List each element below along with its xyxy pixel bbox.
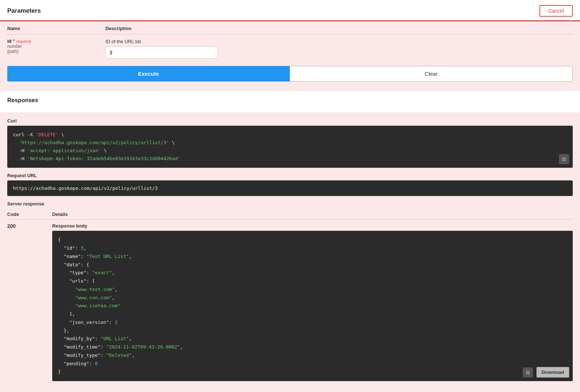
request-url-block: https://achadha.goskope.com/api/v2/polic…: [7, 180, 573, 196]
json-response-block: { "id": 3, "name": "Test URL List", "dat…: [52, 231, 573, 381]
curl-copy-button[interactable]: ⧉: [559, 154, 569, 164]
response-body-label: Response body: [52, 223, 573, 229]
server-response-label: Server response: [7, 201, 573, 207]
action-buttons: Execute Clear: [7, 66, 573, 82]
page-header: Parameters Cancel: [0, 0, 580, 21]
name-column-header: Name: [7, 21, 105, 34]
request-url-value: https://achadha.goskope.com/api/v2/polic…: [13, 185, 158, 191]
response-code: 200: [7, 223, 16, 229]
cancel-button[interactable]: Cancel: [539, 5, 573, 17]
execute-button[interactable]: Execute: [7, 66, 290, 82]
param-id-type: number (path): [7, 44, 105, 54]
details-col-header: Details: [52, 209, 573, 220]
param-id-label: id * required: [7, 38, 105, 44]
curl-label: Curl: [7, 118, 573, 124]
clear-button[interactable]: Clear: [290, 66, 573, 82]
param-id-row: id * required number (path) ID of the UR…: [7, 34, 573, 61]
params-table: Name Description id * required number (p…: [7, 21, 573, 60]
response-area: Curl curl -X 'DELETE' \ 'https://achadha…: [0, 112, 580, 392]
page-title: Parameters: [7, 7, 41, 14]
code-col-header: Code: [7, 209, 52, 220]
json-copy-button[interactable]: ⧉: [523, 367, 533, 378]
response-row-200: 200 Response body { "id": 3, "name": "Te…: [7, 220, 573, 383]
description-column-header: Description: [105, 21, 573, 34]
request-url-label: Request URL: [7, 173, 573, 178]
response-details-cell: Response body { "id": 3, "name": "Test U…: [52, 220, 573, 383]
parameters-section: Name Description id * required number (p…: [0, 21, 580, 90]
download-button[interactable]: Download: [536, 367, 569, 378]
responses-title: Responses: [7, 97, 573, 104]
curl-code-block: curl -X 'DELETE' \ 'https://achadha.gosk…: [7, 126, 573, 168]
responses-section: Responses: [0, 90, 580, 112]
param-id-name-cell: id * required number (path): [7, 34, 105, 61]
param-id-description: ID of the URL list: [105, 38, 573, 44]
response-table: Code Details 200 Response body { "id": 3…: [7, 209, 573, 383]
param-id-input[interactable]: [105, 46, 218, 59]
response-code-cell: 200: [7, 220, 52, 383]
param-id-description-cell: ID of the URL list: [105, 34, 573, 61]
